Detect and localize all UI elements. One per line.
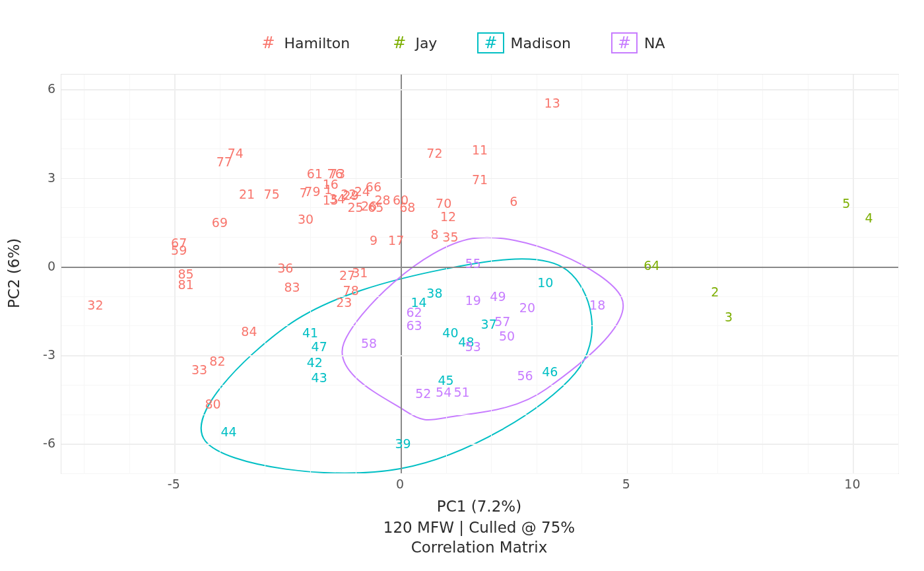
- point-83: 83: [284, 280, 300, 294]
- point-21: 21: [239, 187, 255, 201]
- point-5: 5: [842, 196, 850, 211]
- point-47: 47: [312, 339, 327, 354]
- legend-label: Hamilton: [284, 35, 350, 51]
- point-41: 41: [302, 325, 318, 340]
- point-4: 4: [865, 211, 873, 225]
- point-76: 76: [327, 166, 343, 181]
- point-32: 32: [87, 298, 103, 312]
- point-40: 40: [442, 325, 458, 340]
- point-51: 51: [453, 385, 469, 399]
- legend-key-icon: #: [611, 32, 638, 53]
- point-46: 46: [542, 364, 558, 379]
- x-axis-label: PC1 (7.2%): [61, 498, 898, 515]
- point-82: 82: [209, 354, 225, 368]
- point-43: 43: [312, 370, 327, 385]
- legend-label: NA: [644, 35, 665, 51]
- point-61: 61: [307, 166, 323, 181]
- point-6: 6: [510, 194, 517, 209]
- point-77: 77: [216, 154, 232, 169]
- point-20: 20: [519, 300, 535, 315]
- legend-label: Jay: [415, 35, 437, 51]
- point-11: 11: [472, 143, 488, 157]
- point-71: 71: [472, 172, 488, 187]
- point-18: 18: [589, 298, 605, 312]
- point-44: 44: [221, 424, 237, 439]
- legend-key-icon: #: [477, 32, 504, 53]
- point-63: 63: [407, 318, 422, 333]
- x-tick: -5: [168, 477, 180, 491]
- point-55: 55: [465, 256, 481, 271]
- x-tick: 10: [844, 477, 860, 491]
- pca-scatter-chart: #Hamilton#Jay#Madison#NA PC2 (6%) 167891…: [0, 0, 924, 571]
- point-78: 78: [343, 283, 359, 298]
- y-tick: 6: [37, 81, 55, 96]
- legend-key-icon: #: [259, 34, 277, 52]
- subtitle-line-1: 120 MFW | Culled @ 75%: [61, 519, 898, 536]
- point-50: 50: [499, 329, 515, 343]
- point-52: 52: [415, 386, 431, 401]
- point-10: 10: [537, 275, 553, 290]
- plot-panel: 1678911121315161721222324252627282930313…: [61, 74, 899, 474]
- point-58: 58: [361, 336, 377, 351]
- point-8: 8: [430, 227, 438, 242]
- point-13: 13: [544, 96, 560, 110]
- legend-item-jay: #Jay: [385, 30, 442, 56]
- point-49: 49: [490, 289, 506, 304]
- legend-item-madison: #Madison: [472, 30, 576, 56]
- point-75: 75: [264, 187, 280, 201]
- point-34: 34: [329, 191, 345, 206]
- point-67: 67: [171, 236, 187, 250]
- point-2: 2: [711, 285, 719, 299]
- point-64: 64: [644, 258, 659, 273]
- point-69: 69: [212, 215, 228, 230]
- point-33: 33: [191, 362, 207, 377]
- legend-item-na: #NA: [606, 30, 671, 56]
- point-12: 12: [440, 209, 456, 224]
- point-42: 42: [307, 355, 323, 370]
- point-85: 85: [178, 267, 193, 281]
- point-9: 9: [370, 233, 378, 248]
- point-29: 29: [343, 188, 359, 203]
- point-62: 62: [407, 305, 422, 319]
- legend-label: Madison: [511, 35, 571, 51]
- point-68: 68: [399, 200, 415, 215]
- point-56: 56: [517, 368, 533, 383]
- point-79: 79: [304, 184, 320, 199]
- point-30: 30: [298, 212, 314, 226]
- point-36: 36: [277, 261, 293, 275]
- point-80: 80: [205, 397, 221, 411]
- point-38: 38: [426, 286, 442, 300]
- x-tick: 5: [622, 477, 630, 491]
- point-65: 65: [368, 200, 383, 215]
- y-tick: 3: [37, 170, 55, 185]
- point-72: 72: [426, 146, 442, 160]
- y-axis-label: PC2 (6%): [5, 74, 22, 473]
- point-70: 70: [436, 196, 451, 211]
- legend-key-icon: #: [390, 34, 409, 52]
- point-54: 54: [436, 385, 451, 399]
- point-17: 17: [388, 233, 404, 248]
- legend: #Hamilton#Jay#Madison#NA: [0, 30, 924, 56]
- x-tick: 0: [396, 477, 404, 491]
- point-57: 57: [494, 314, 510, 329]
- y-tick: -3: [37, 347, 55, 362]
- point-19: 19: [465, 293, 481, 308]
- point-84: 84: [241, 324, 257, 339]
- legend-item-hamilton: #Hamilton: [253, 30, 355, 56]
- point-39: 39: [395, 436, 411, 451]
- y-tick: -6: [37, 436, 55, 450]
- y-tick: 0: [37, 259, 55, 273]
- point-35: 35: [442, 230, 458, 244]
- point-53: 53: [465, 339, 481, 354]
- point-66: 66: [366, 180, 381, 194]
- point-31: 31: [352, 265, 368, 280]
- subtitle-line-2: Correlation Matrix: [61, 539, 898, 556]
- point-3: 3: [725, 310, 733, 324]
